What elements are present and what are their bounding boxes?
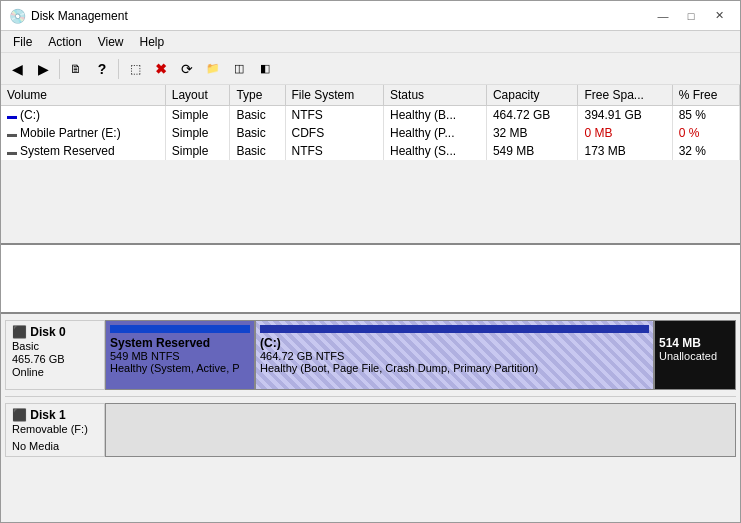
cell-row1-col1: Simple [165, 124, 230, 142]
unallocated-segment[interactable]: 514 MB Unallocated [655, 321, 735, 389]
cell-row0-col2: Basic [230, 106, 285, 125]
cell-row2-col3: NTFS [285, 142, 384, 160]
toolbar-separator-1 [59, 59, 60, 79]
cell-row2-col5: 549 MB [486, 142, 578, 160]
disk-1-status: No Media [12, 440, 98, 452]
reserved-status: Healthy (System, Active, P [110, 362, 250, 374]
c-size: 464.72 GB NTFS [260, 350, 649, 362]
unalloc-label: Unallocated [659, 350, 731, 362]
cell-row2-col0: ▬System Reserved [1, 142, 165, 160]
cell-row1-col6: 0 MB [578, 124, 672, 142]
forward-button[interactable]: ▶ [31, 57, 55, 81]
col-freespace[interactable]: Free Spa... [578, 85, 672, 106]
empty-area [1, 245, 740, 312]
reserved-title: System Reserved [110, 336, 250, 350]
cell-row1-col0: ▬Mobile Partner (E:) [1, 124, 165, 142]
menu-help[interactable]: Help [132, 33, 173, 51]
col-status[interactable]: Status [384, 85, 487, 106]
disk-0-size: 465.76 GB [12, 353, 98, 365]
browse-button[interactable]: 📁 [201, 57, 225, 81]
title-bar: 💿 Disk Management — □ ✕ [1, 1, 740, 31]
disk-1-name: ⬛ Disk 1 [12, 408, 98, 422]
cell-row2-col1: Simple [165, 142, 230, 160]
window-controls: — □ ✕ [650, 6, 732, 26]
volume-table: Volume Layout Type File System Status Ca… [1, 85, 740, 160]
table-header-row: Volume Layout Type File System Status Ca… [1, 85, 740, 106]
help-button[interactable]: ? [90, 57, 114, 81]
col-pctfree[interactable]: % Free [672, 85, 739, 106]
col-layout[interactable]: Layout [165, 85, 230, 106]
table-row[interactable]: ▬(C:)SimpleBasicNTFSHealthy (B...464.72 … [1, 106, 740, 125]
reserved-strip [110, 325, 250, 333]
cell-row0-col7: 85 % [672, 106, 739, 125]
minimize-button[interactable]: — [650, 6, 676, 26]
cell-row2-col4: Healthy (S... [384, 142, 487, 160]
cell-row0-col4: Healthy (B... [384, 106, 487, 125]
cell-row0-col5: 464.72 GB [486, 106, 578, 125]
disk-0-row: ⬛ Disk 0 Basic 465.76 GB Online System R… [5, 320, 736, 390]
menu-view[interactable]: View [90, 33, 132, 51]
disk-1-label: ⬛ Disk 1 Removable (F:) No Media [5, 403, 105, 457]
toolbar: ◀ ▶ 🗎 ? ⬚ ✖ ⟳ 📁 ◫ ◧ [1, 53, 740, 85]
disk-0-label: ⬛ Disk 0 Basic 465.76 GB Online [5, 320, 105, 390]
toolbar-separator-2 [118, 59, 119, 79]
c-title: (C:) [260, 336, 649, 350]
menu-bar: File Action View Help [1, 31, 740, 53]
cell-row0-col3: NTFS [285, 106, 384, 125]
properties-button[interactable]: 🗎 [64, 57, 88, 81]
maximize-button[interactable]: □ [678, 6, 704, 26]
menu-action[interactable]: Action [40, 33, 89, 51]
back-button[interactable]: ◀ [5, 57, 29, 81]
unalloc-size: 514 MB [659, 336, 731, 350]
menu-file[interactable]: File [5, 33, 40, 51]
c-drive-segment[interactable]: (C:) 464.72 GB NTFS Healthy (Boot, Page … [256, 321, 655, 389]
cell-row0-col6: 394.91 GB [578, 106, 672, 125]
unalloc-strip [659, 325, 731, 333]
disk-separator [5, 396, 736, 397]
app-icon: 💿 [9, 8, 25, 24]
disk-management-window: 💿 Disk Management — □ ✕ File Action View… [0, 0, 741, 523]
table-row[interactable]: ▬Mobile Partner (E:)SimpleBasicCDFSHealt… [1, 124, 740, 142]
cell-row1-col2: Basic [230, 124, 285, 142]
c-strip [260, 325, 649, 333]
disk-1-type: Removable (F:) [12, 423, 98, 435]
cell-row1-col4: Healthy (P... [384, 124, 487, 142]
disk-0-name: ⬛ Disk 0 [12, 325, 98, 339]
col-type[interactable]: Type [230, 85, 285, 106]
cell-row0-col1: Simple [165, 106, 230, 125]
disk-1-map [105, 403, 736, 457]
disk-map-area: ⬛ Disk 0 Basic 465.76 GB Online System R… [1, 312, 740, 522]
cell-row2-col2: Basic [230, 142, 285, 160]
window-title: Disk Management [31, 9, 650, 23]
cell-row2-col7: 32 % [672, 142, 739, 160]
cell-row0-col0: ▬(C:) [1, 106, 165, 125]
disk-0-map: System Reserved 549 MB NTFS Healthy (Sys… [105, 320, 736, 390]
table-row[interactable]: ▬System ReservedSimpleBasicNTFSHealthy (… [1, 142, 740, 160]
reserved-size: 549 MB NTFS [110, 350, 250, 362]
cell-row2-col6: 173 MB [578, 142, 672, 160]
cancel-button[interactable]: ✖ [149, 57, 173, 81]
extra-button-2[interactable]: ◧ [253, 57, 277, 81]
volume-table-area: Volume Layout Type File System Status Ca… [1, 85, 740, 245]
disk-0-type: Basic [12, 340, 98, 352]
c-status: Healthy (Boot, Page File, Crash Dump, Pr… [260, 362, 649, 374]
disk-0-status: Online [12, 366, 98, 378]
refresh-button[interactable]: ⟳ [175, 57, 199, 81]
col-volume[interactable]: Volume [1, 85, 165, 106]
content-area: Volume Layout Type File System Status Ca… [1, 85, 740, 522]
col-capacity[interactable]: Capacity [486, 85, 578, 106]
cell-row1-col5: 32 MB [486, 124, 578, 142]
extra-button-1[interactable]: ◫ [227, 57, 251, 81]
cell-row1-col7: 0 % [672, 124, 739, 142]
cell-row1-col3: CDFS [285, 124, 384, 142]
system-reserved-segment[interactable]: System Reserved 549 MB NTFS Healthy (Sys… [106, 321, 256, 389]
col-filesystem[interactable]: File System [285, 85, 384, 106]
snap-button[interactable]: ⬚ [123, 57, 147, 81]
disk-1-row: ⬛ Disk 1 Removable (F:) No Media [5, 403, 736, 457]
close-button[interactable]: ✕ [706, 6, 732, 26]
